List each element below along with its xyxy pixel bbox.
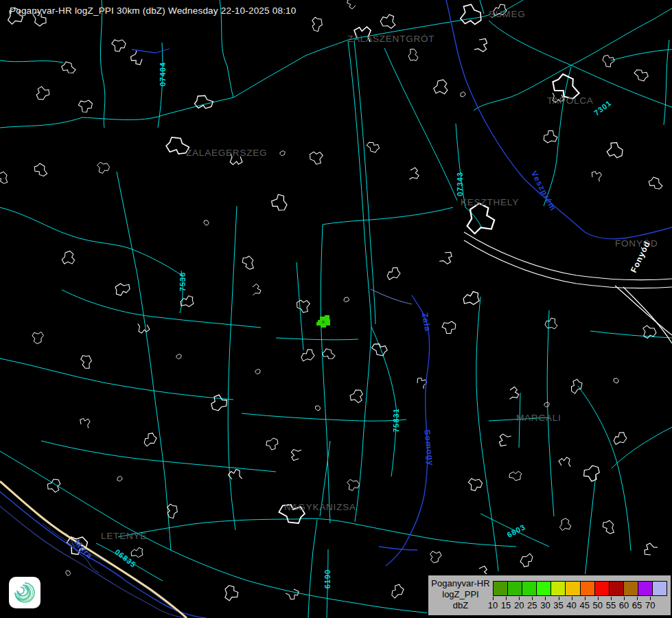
legend-unit: dbZ bbox=[430, 600, 491, 611]
legend-swatch-20-25 bbox=[522, 581, 537, 596]
legend-swatch-15-20 bbox=[507, 581, 522, 596]
map-canvas bbox=[0, 0, 672, 618]
legend-tick-label-55: 55 bbox=[606, 600, 616, 610]
legend-swatch-25-30 bbox=[536, 581, 551, 596]
legend-swatch-40-45 bbox=[580, 581, 595, 596]
legend-tick-label-40: 40 bbox=[566, 600, 576, 610]
legend-tick-label-60: 60 bbox=[619, 600, 629, 610]
legend-tick-label-10: 10 bbox=[488, 600, 498, 610]
legend-tick-label-25: 25 bbox=[527, 600, 537, 610]
legend-tick-label-20: 20 bbox=[514, 600, 524, 610]
river-lines bbox=[0, 0, 672, 618]
legend-color-strip bbox=[493, 581, 667, 596]
legend-tick-label-35: 35 bbox=[553, 600, 563, 610]
legend-tick-label-15: 15 bbox=[501, 600, 511, 610]
legend-titles: Poganyvar-HR logZ_PPI dbZ bbox=[430, 578, 491, 611]
legend-swatch-10-15 bbox=[493, 581, 508, 596]
page-title: Poganyvar-HR logZ_PPI 30km (dbZ) Wednesd… bbox=[10, 5, 297, 16]
legend-swatch-55-60 bbox=[623, 581, 638, 596]
legend-swatch-30-35 bbox=[551, 581, 566, 596]
road-network bbox=[0, 0, 672, 618]
legend-tick-label-30: 30 bbox=[540, 600, 550, 610]
legend-swatch-35-40 bbox=[565, 581, 580, 596]
legend-swatch-45-50 bbox=[594, 581, 610, 596]
legend-tick-label-50: 50 bbox=[593, 600, 603, 610]
legend-tick-label-70: 70 bbox=[645, 600, 655, 610]
radar-echo bbox=[316, 315, 330, 328]
legend-swatch-50-55 bbox=[609, 581, 624, 596]
legend-product-name: logZ_PPI bbox=[430, 589, 491, 600]
legend-swatch-65-70 bbox=[652, 581, 667, 596]
shoreline-roads bbox=[464, 232, 672, 343]
dbz-legend: Poganyvar-HR logZ_PPI dbZ 10152025303540… bbox=[427, 574, 672, 617]
legend-tick-label-45: 45 bbox=[579, 600, 589, 610]
radar-image: Poganyvar-HR logZ_PPI 30km (dbZ) Wednesd… bbox=[0, 0, 672, 618]
spiral-icon bbox=[12, 580, 38, 606]
met-spiral-logo[interactable] bbox=[9, 577, 40, 608]
legend-tick-label-65: 65 bbox=[632, 600, 642, 610]
town-outlines bbox=[0, 0, 664, 602]
legend-swatch-60-65 bbox=[638, 581, 653, 596]
legend-radar-name: Poganyvar-HR bbox=[430, 578, 491, 589]
